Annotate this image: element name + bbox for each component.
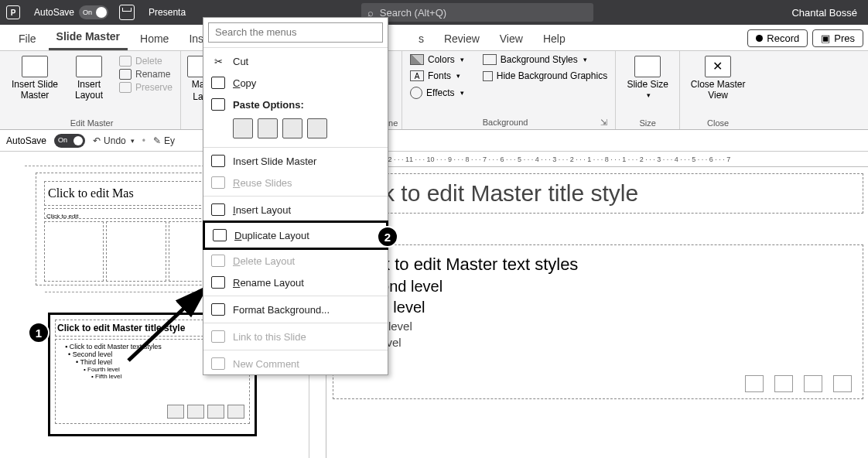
document-title: Presenta bbox=[149, 7, 186, 18]
tab-help[interactable]: Help bbox=[535, 27, 573, 50]
title-placeholder[interactable]: Click to edit Master title style bbox=[333, 173, 863, 214]
paste-option-4[interactable] bbox=[307, 118, 327, 138]
autosave-toggle-qat[interactable]: On bbox=[54, 134, 85, 148]
workspace: Click to edit Mas Click to edit Click to… bbox=[0, 152, 868, 458]
link-icon bbox=[211, 330, 225, 343]
dialog-launcher-icon[interactable]: ⇲ bbox=[600, 118, 607, 128]
format-background-icon bbox=[211, 303, 225, 316]
slide-size-button[interactable]: Slide Size▾ bbox=[624, 54, 672, 99]
hide-background-checkbox[interactable]: Hide Background Graphics bbox=[483, 70, 607, 81]
tab-file[interactable]: File bbox=[11, 27, 44, 50]
ctx-format-background[interactable]: Format Background... bbox=[203, 299, 388, 320]
undo-button[interactable]: ↶Undo▾ bbox=[93, 135, 135, 146]
group-edit-master: Insert Slide Master Insert Layout Delete… bbox=[3, 51, 181, 129]
annotation-badge-2: 2 bbox=[377, 226, 398, 248]
context-menu-search[interactable]: Search the menus bbox=[208, 22, 383, 43]
tab-view[interactable]: View bbox=[492, 27, 531, 50]
paste-option-2[interactable] bbox=[258, 118, 278, 138]
table-icon bbox=[167, 405, 184, 419]
fonts-dropdown[interactable]: AFonts▾ bbox=[410, 70, 464, 81]
ctx-reuse-slides: Reuse Slides bbox=[203, 172, 388, 193]
close-master-view-button[interactable]: ✕ Close Master View bbox=[688, 54, 748, 101]
paste-option-3[interactable] bbox=[282, 118, 302, 138]
smartart-icon bbox=[207, 405, 224, 419]
slide-editor[interactable]: · 15 · · · 14 · · · 13 · · · 12 · · · 11… bbox=[309, 152, 868, 458]
rename-layout-icon bbox=[211, 276, 225, 289]
layout-icon bbox=[76, 56, 102, 77]
delete-button: Delete bbox=[119, 56, 173, 67]
quick-access-toolbar: AutoSave On ↶Undo▾ • ✎Ey bbox=[0, 130, 868, 152]
eyedropper-button[interactable]: ✎Ey bbox=[153, 135, 175, 146]
slide-master-icon bbox=[22, 56, 48, 77]
fonts-icon: A bbox=[410, 70, 424, 81]
ctx-delete-layout: Delete Layout bbox=[203, 250, 388, 272]
delete-layout-icon bbox=[211, 255, 225, 267]
powerpoint-icon: P bbox=[6, 5, 20, 19]
insert-3d-icon[interactable] bbox=[833, 375, 852, 392]
rename-button[interactable]: Rename bbox=[119, 69, 173, 80]
ctx-link-to-slide: Link to this Slide bbox=[203, 326, 388, 347]
autosave-label-qat: AutoSave bbox=[6, 135, 46, 146]
ribbon-tabs: File Slide Master Home Inse s Review Vie… bbox=[0, 25, 868, 51]
master-title-placeholder: Click to edit Mas bbox=[44, 181, 228, 206]
record-button[interactable]: Record bbox=[747, 29, 808, 47]
preserve-icon bbox=[119, 82, 132, 93]
colors-dropdown[interactable]: Colors▾ bbox=[410, 54, 464, 65]
ctx-insert-layout[interactable]: Insert Layout bbox=[203, 199, 388, 220]
user-name[interactable]: Chantal Bossé bbox=[791, 7, 857, 19]
preserve-button: Preserve bbox=[119, 82, 173, 93]
annotation-badge-1: 1 bbox=[28, 322, 50, 344]
insert-smartart-icon[interactable] bbox=[804, 375, 822, 392]
present-button[interactable]: ▣Pres bbox=[812, 29, 863, 47]
ctx-duplicate-layout[interactable]: Duplicate Layout bbox=[205, 223, 386, 248]
master-subtitle-placeholder: Click to edit bbox=[44, 208, 228, 219]
group-close: ✕ Close Master View Close bbox=[680, 51, 756, 129]
save-icon[interactable] bbox=[119, 5, 135, 20]
ctx-paste-options-label: Paste Options: bbox=[203, 94, 388, 115]
tab-home[interactable]: Home bbox=[132, 27, 176, 50]
ctx-copy[interactable]: Copy bbox=[203, 72, 388, 94]
undo-icon: ↶ bbox=[93, 135, 101, 146]
horizontal-ruler: · 15 · · · 14 · · · 13 · · · 12 · · · 11… bbox=[309, 152, 868, 167]
close-icon: ✕ bbox=[705, 56, 731, 77]
title-bar: P AutoSave On Presenta ⌕ Search (Alt+Q) … bbox=[0, 0, 868, 25]
context-menu: Search the menus ✂Cut Copy Paste Options… bbox=[203, 17, 388, 375]
autosave-toggle[interactable]: On bbox=[79, 5, 108, 19]
reuse-slides-icon bbox=[211, 176, 225, 189]
ctx-new-comment: New Comment bbox=[203, 353, 388, 374]
ctx-insert-slide-master[interactable]: Insert Slide Master bbox=[203, 150, 388, 172]
content-placeholder[interactable]: Click to edit Master text styles Second … bbox=[333, 244, 863, 399]
group-theme-partial: ne bbox=[387, 51, 402, 129]
duplicate-layout-icon bbox=[213, 229, 227, 241]
tab-slide-master[interactable]: Slide Master bbox=[49, 25, 128, 50]
copy-icon bbox=[211, 77, 225, 89]
background-styles-dropdown[interactable]: Background Styles▾ bbox=[483, 54, 607, 65]
ctx-cut[interactable]: ✂Cut bbox=[203, 50, 388, 72]
3d-icon bbox=[227, 405, 244, 419]
ctx-duplicate-layout-highlight: Duplicate Layout 2 bbox=[203, 220, 388, 250]
insert-slide-master-button[interactable]: Insert Slide Master bbox=[11, 54, 59, 101]
paste-option-1[interactable] bbox=[233, 118, 253, 138]
insert-layout-button[interactable]: Insert Layout bbox=[65, 54, 113, 101]
insert-layout-icon bbox=[211, 203, 225, 216]
cut-icon: ✂ bbox=[211, 55, 225, 67]
insert-table-icon[interactable] bbox=[745, 375, 764, 392]
insert-chart-icon[interactable] bbox=[774, 375, 793, 392]
tab-review[interactable]: Review bbox=[436, 27, 487, 50]
delete-icon bbox=[119, 56, 132, 67]
slide-size-icon bbox=[634, 56, 661, 77]
paste-icon bbox=[211, 98, 225, 111]
group-size: Slide Size▾ Size bbox=[616, 51, 680, 129]
chart-icon bbox=[187, 405, 204, 419]
eyedropper-icon: ✎ bbox=[153, 135, 161, 146]
bg-styles-icon bbox=[483, 54, 497, 65]
ctx-rename-layout[interactable]: Rename Layout bbox=[203, 272, 388, 293]
rename-icon bbox=[119, 69, 132, 80]
comment-icon bbox=[211, 357, 225, 370]
insert-slide-master-icon bbox=[211, 155, 225, 167]
effects-dropdown[interactable]: Effects▾ bbox=[410, 87, 464, 99]
present-icon: ▣ bbox=[821, 32, 830, 44]
tab-partial-s[interactable]: s bbox=[411, 27, 432, 50]
search-box[interactable]: ⌕ Search (Alt+Q) bbox=[361, 3, 593, 22]
group-background: Colors▾ AFonts▾ Effects▾ Background Styl… bbox=[402, 51, 616, 129]
